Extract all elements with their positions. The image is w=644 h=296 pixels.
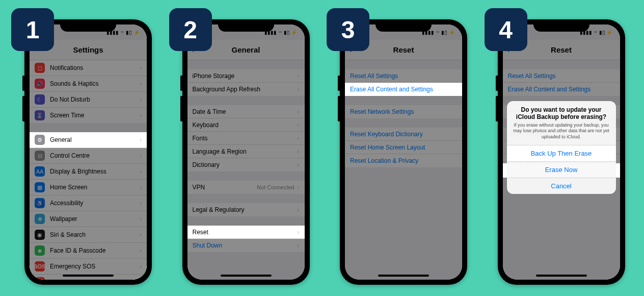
screen-time-icon: ⌛ xyxy=(35,110,45,120)
list-row[interactable]: ☾Do Not Disturb› xyxy=(30,92,147,108)
chevron-right-icon: › xyxy=(298,108,300,115)
list-row[interactable]: Keyboard› xyxy=(187,118,305,132)
chevron-right-icon: › xyxy=(298,206,300,213)
notch xyxy=(375,19,432,32)
list-row[interactable]: VPNNot Connected› xyxy=(187,181,305,194)
chevron-right-icon: › xyxy=(140,200,142,207)
chevron-right-icon: › xyxy=(140,168,142,175)
screen-settings: ▮▮▮▮ ⌔ ▮▯ ⚡ Settings ◻Notifications›🔊Sou… xyxy=(30,24,147,280)
chevron-right-icon: › xyxy=(140,64,142,71)
chevron-right-icon: › xyxy=(298,135,300,142)
chevron-right-icon: › xyxy=(140,96,142,103)
siri-search-icon: ◉ xyxy=(35,230,45,240)
settings-group-a: ◻Notifications›🔊Sounds & Haptics›☾Do Not… xyxy=(30,60,147,123)
list-row[interactable]: AADisplay & Brightness› xyxy=(30,164,147,180)
row-label: Emergency SOS xyxy=(50,263,140,270)
list-row[interactable]: 🔊Sounds & Haptics› xyxy=(30,76,147,92)
erase-now-button[interactable]: Erase Now xyxy=(507,161,616,178)
wifi-icon: ⌔ xyxy=(279,30,282,35)
list-row[interactable]: Date & Time› xyxy=(187,105,305,118)
home-indicator[interactable] xyxy=(378,275,429,277)
screen-general: ▮▮▮▮ ⌔ ▮▯ ⚡ ‹ General iPhone Storage›Bac… xyxy=(187,24,305,280)
nav-title: Settings xyxy=(73,45,103,54)
row-label: Fonts xyxy=(193,135,298,142)
reset-group-c: Reset Keyboard DictionaryReset Home Scre… xyxy=(345,128,462,167)
list-row[interactable]: Language & Region› xyxy=(187,145,305,158)
list-row[interactable]: ⚙General› xyxy=(30,132,147,148)
reset-group-a: Reset All SettingsErase All Content and … xyxy=(345,69,462,96)
cancel-button[interactable]: Cancel xyxy=(507,178,616,194)
list-row[interactable]: Shut Down› xyxy=(187,239,305,252)
home-indicator[interactable] xyxy=(63,275,114,277)
row-label: Screen Time xyxy=(50,112,140,119)
wifi-icon: ⌔ xyxy=(594,30,597,35)
list-row[interactable]: Reset Keyboard Dictionary xyxy=(345,128,462,141)
step-panel-1: 1 ▮▮▮▮ ⌔ ▮▯ ⚡ Settings ◻Notifications›🔊S… xyxy=(13,10,158,286)
list-row[interactable]: Erase All Content and Settings xyxy=(345,83,462,96)
list-row[interactable]: ❀Wallpaper› xyxy=(30,211,147,227)
phone-frame: ▮▮▮▮ ⌔ ▮▯ ⚡ ‹ Reset Reset All SettingsEr… xyxy=(498,19,625,285)
chevron-right-icon: › xyxy=(140,80,142,87)
step-panel-2: 2 ▮▮▮▮ ⌔ ▮▯ ⚡ ‹ General iPhone Storage›B… xyxy=(171,10,316,286)
notch xyxy=(533,19,589,32)
list-row[interactable]: ◻Notifications› xyxy=(30,60,147,76)
list-row[interactable]: SOSEmergency SOS› xyxy=(30,259,147,275)
chevron-right-icon: › xyxy=(298,161,300,168)
row-label: Face ID & Passcode xyxy=(50,247,140,254)
control-centre-icon: ⊟ xyxy=(35,151,45,161)
face-id-passcode-icon: ☻ xyxy=(35,245,45,256)
chevron-right-icon: › xyxy=(140,231,142,238)
sounds-haptics-icon: 🔊 xyxy=(35,79,45,89)
battery-icon: ▮▯ ⚡ xyxy=(441,30,455,35)
list-row[interactable]: ♿Accessibility› xyxy=(30,195,147,211)
list-row[interactable]: ⌛Screen Time› xyxy=(30,108,147,123)
alert-header: Do you want to update your iCloud Backup… xyxy=(507,101,616,145)
list-row[interactable]: Reset All Settings xyxy=(345,69,462,83)
notch xyxy=(218,19,274,32)
row-label: Reset Home Screen Layout xyxy=(350,144,457,151)
phone-frame: ▮▮▮▮ ⌔ ▮▯ ⚡ ‹ General iPhone Storage›Bac… xyxy=(182,19,310,285)
list-row[interactable]: Reset Network Settings xyxy=(345,105,462,118)
row-label: Home Screen xyxy=(50,184,140,191)
list-row[interactable]: ☻Face ID & Passcode› xyxy=(30,243,147,259)
general-group-b: Date & Time›Keyboard›Fonts›Language & Re… xyxy=(187,105,305,171)
chevron-right-icon: › xyxy=(140,152,142,159)
row-label: Sounds & Haptics xyxy=(50,80,140,87)
list-row[interactable]: Fonts› xyxy=(187,132,305,145)
list-row[interactable]: Reset Location & Privacy xyxy=(345,154,462,167)
row-label: Reset Location & Privacy xyxy=(350,157,457,164)
alert-message: If you erase without updating your backu… xyxy=(513,122,610,140)
list-row[interactable]: Legal & Regulatory› xyxy=(187,203,305,216)
reset-group-b: Reset Network Settings xyxy=(345,105,462,118)
list-row[interactable]: Dictionary› xyxy=(187,158,305,171)
settings-group-b: ⚙General›⊟Control Centre›AADisplay & Bri… xyxy=(30,132,147,280)
accessibility-icon: ♿ xyxy=(35,198,45,208)
list-row[interactable]: iPhone Storage› xyxy=(187,69,305,83)
home-indicator[interactable] xyxy=(536,275,587,277)
home-indicator[interactable] xyxy=(221,275,272,277)
list-row[interactable]: Reset› xyxy=(187,226,305,239)
row-detail: Not Connected xyxy=(257,184,294,190)
nav-title: General xyxy=(232,45,260,54)
row-label: Language & Region xyxy=(193,148,298,155)
row-label: Dictionary xyxy=(193,161,298,168)
alert-title: Do you want to update your iCloud Backup… xyxy=(513,106,610,120)
row-label: Keyboard xyxy=(193,121,298,129)
list-row[interactable]: Erase All Content and Settings xyxy=(503,83,620,96)
list-row[interactable]: ◉Siri & Search› xyxy=(30,227,147,243)
general-group-d: Legal & Regulatory› xyxy=(187,203,305,216)
chevron-right-icon: › xyxy=(298,229,300,236)
step-badge: 1 xyxy=(11,8,54,51)
chevron-right-icon: › xyxy=(298,242,300,249)
list-row[interactable]: Background App Refresh› xyxy=(187,83,305,96)
chevron-right-icon: › xyxy=(298,148,300,155)
list-row[interactable]: Reset Home Screen Layout xyxy=(345,141,462,154)
backup-then-erase-button[interactable]: Back Up Then Erase xyxy=(507,145,616,161)
list-row[interactable]: Reset All Settings xyxy=(503,69,620,83)
chevron-right-icon: › xyxy=(298,184,300,191)
row-label: Reset All Settings xyxy=(350,72,457,80)
list-row[interactable]: ▦Home Screen› xyxy=(30,180,147,195)
exposure-notifications-icon: ✳ xyxy=(35,277,45,280)
list-row[interactable]: ⊟Control Centre› xyxy=(30,148,147,164)
chevron-right-icon: › xyxy=(140,215,142,223)
